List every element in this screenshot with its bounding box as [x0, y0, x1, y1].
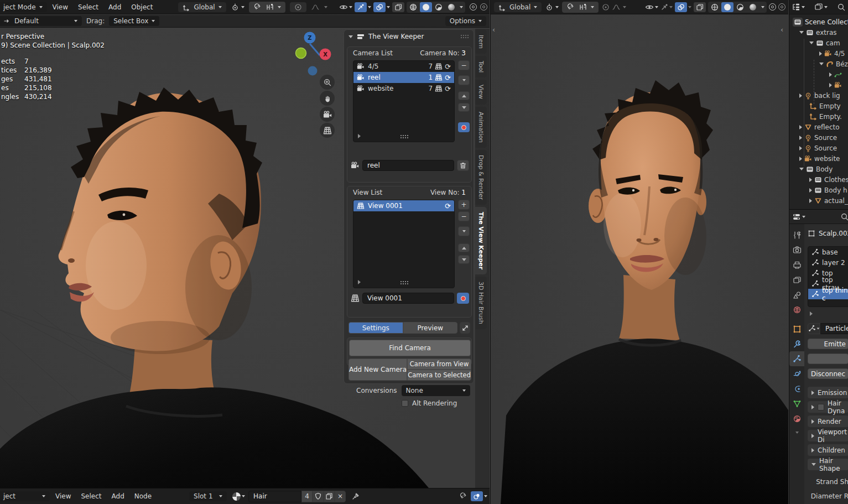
expand-icon[interactable] — [799, 157, 802, 161]
magnet-icon[interactable] — [457, 490, 470, 502]
list-expander[interactable] — [358, 134, 361, 138]
snap-pivot[interactable] — [545, 3, 559, 12]
tab-render[interactable] — [789, 242, 804, 257]
expand-icon[interactable] — [809, 199, 812, 203]
tab-physics[interactable] — [789, 366, 804, 381]
annotate-ring2-icon[interactable] — [480, 3, 487, 11]
tab-scene[interactable] — [789, 287, 804, 302]
active-tool-select[interactable]: Default — [0, 16, 82, 26]
particle-settings-selector[interactable]: ParticleS — [808, 323, 848, 334]
shading-wireframe[interactable] — [709, 2, 721, 12]
options-dropdown[interactable]: Options — [445, 16, 486, 26]
fake-user-button[interactable] — [313, 491, 324, 502]
outliner-row-spline-child[interactable] — [790, 69, 848, 80]
menu-view[interactable]: View — [48, 3, 72, 11]
refresh-icon[interactable]: ⟳ — [445, 63, 451, 71]
remove-view-button[interactable]: − — [458, 211, 470, 221]
xray-toggle[interactable] — [392, 2, 404, 12]
panel-hair-shape[interactable]: Hair Shape — [808, 459, 848, 470]
expand-icon[interactable] — [799, 168, 804, 170]
node-menu-view[interactable]: View — [51, 492, 75, 500]
viewport-left[interactable]: ject Mode View Select Add Object Global — [0, 0, 490, 488]
axis-gizmo[interactable]: Z X — [292, 30, 337, 79]
expand-icon[interactable] — [829, 83, 832, 87]
shading-material[interactable] — [433, 2, 445, 12]
camera-specials-button[interactable] — [458, 75, 470, 85]
remove-camera-button[interactable]: − — [458, 60, 470, 70]
outliner-row-actual[interactable]: actual_ — [790, 195, 848, 206]
tab-item[interactable]: Item — [475, 30, 487, 54]
search-icon[interactable] — [837, 3, 846, 12]
gizmo-icon[interactable] — [660, 3, 668, 11]
panel-render[interactable]: Render — [808, 415, 848, 427]
camera-record-button[interactable] — [458, 122, 470, 132]
view-name-field[interactable]: View 0001 — [362, 293, 454, 304]
unlink-material-button[interactable]: × — [335, 491, 346, 502]
snap-toggle[interactable] — [562, 2, 599, 13]
tab-object[interactable] — [789, 321, 804, 336]
panel-hair-dynamics[interactable]: Hair Dyna — [808, 401, 848, 413]
proportional-editing[interactable] — [290, 2, 306, 12]
outliner-row-extras[interactable]: extras — [790, 27, 848, 38]
mode-select[interactable]: ject Mode — [0, 2, 47, 12]
toolbar-expand-chevron[interactable]: ‹ — [492, 25, 495, 34]
expand-icon[interactable] — [809, 188, 812, 193]
new-material-button[interactable] — [324, 491, 335, 502]
shading-solid[interactable] — [420, 2, 432, 12]
outliner-row-back-light[interactable]: back lig — [790, 90, 848, 101]
tab-constraints[interactable] — [789, 381, 804, 396]
particle-system-row[interactable]: base — [808, 247, 848, 257]
view-specials-button[interactable] — [458, 226, 470, 236]
tab-3d-hair-brush[interactable]: 3D Hair Brush — [475, 277, 487, 329]
camera-row[interactable]: website 7 ⟳ — [353, 83, 454, 94]
xray-toggle[interactable] — [694, 2, 706, 12]
tab-output[interactable] — [789, 257, 804, 272]
particle-system-row[interactable]: layer 2 — [808, 257, 848, 268]
tab-particles-active[interactable] — [789, 351, 804, 366]
camera-view-button[interactable] — [320, 107, 335, 122]
panel-children[interactable]: Children — [808, 444, 848, 456]
outliner-filter[interactable] — [814, 3, 828, 12]
expand-icon[interactable] — [819, 63, 824, 65]
outliner-row-bezier[interactable]: Béz — [790, 59, 848, 69]
camera-name-field[interactable]: reel — [362, 160, 454, 171]
particle-settings-name[interactable]: ParticleS — [820, 323, 848, 334]
drag-handle[interactable] — [460, 34, 469, 39]
menu-add[interactable]: Add — [104, 3, 126, 11]
value-slider[interactable] — [808, 354, 848, 364]
outliner-row-45-camera[interactable]: 4/5 — [790, 48, 848, 59]
material-browse[interactable] — [232, 492, 245, 501]
list-resize-handle[interactable] — [400, 134, 409, 139]
shading-wireframe[interactable] — [407, 2, 419, 12]
transform-orientation[interactable]: Global — [178, 2, 226, 12]
expand-icon[interactable] — [799, 31, 804, 34]
tab-material[interactable] — [789, 411, 804, 426]
disconnect-hair-button[interactable]: Disconnec — [808, 368, 848, 379]
shading-material[interactable] — [734, 2, 746, 12]
pan-button[interactable] — [320, 91, 335, 106]
tab-view[interactable]: View — [475, 80, 487, 104]
expand-icon[interactable] — [799, 146, 802, 150]
particle-system-row-selected[interactable]: top thin c — [808, 289, 848, 299]
camera-row-selected[interactable]: reel 1 ⟳ — [353, 72, 454, 83]
node-menu-select[interactable]: Select — [76, 492, 106, 500]
panel-viewport-display[interactable]: Viewport Di — [808, 430, 848, 441]
menu-object[interactable]: Object — [127, 3, 157, 11]
tab-drop-render[interactable]: Drop & Render — [475, 150, 487, 205]
settings-tab[interactable]: Settings — [348, 322, 403, 334]
zoom-button[interactable] — [320, 75, 335, 90]
emitter-hair-toggle[interactable]: Emitte — [808, 339, 848, 349]
view-record-button[interactable] — [457, 293, 469, 304]
search-icon[interactable] — [840, 212, 848, 221]
show-gizmo-visibility[interactable] — [645, 3, 658, 12]
outliner-row-body-h[interactable]: Body h — [790, 185, 848, 195]
node-overlays-toggle[interactable] — [471, 491, 483, 501]
expand-icon[interactable] — [799, 125, 802, 129]
sidebar-expand-chevron[interactable]: ‹ — [781, 25, 783, 34]
prop-edit-icon[interactable] — [602, 3, 610, 11]
refresh-icon[interactable]: ⟳ — [445, 202, 451, 210]
overlays-toggle[interactable] — [373, 2, 386, 12]
tab-object-data[interactable] — [789, 396, 804, 411]
overlays-toggle[interactable] — [675, 2, 687, 12]
annotate-ring-icon[interactable] — [470, 3, 477, 11]
